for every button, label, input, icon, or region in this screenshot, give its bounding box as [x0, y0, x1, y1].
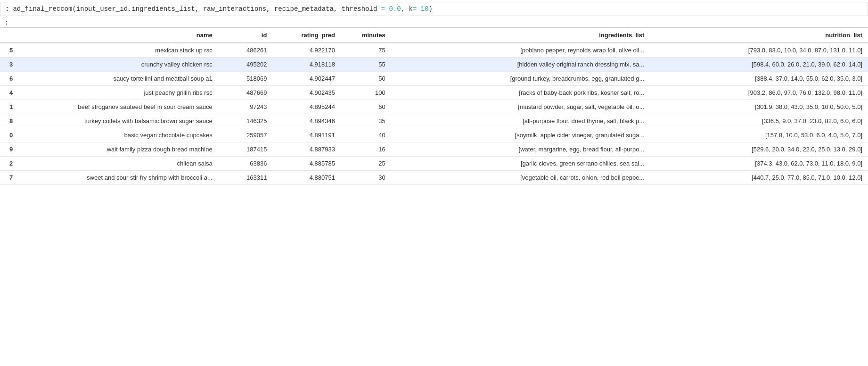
cell-nutrition: [903.2, 86.0, 97.0, 76.0, 132.0, 98.0, 1… — [650, 86, 868, 100]
function-name: ad_final_reccom(input_user_id,ingredient… — [13, 5, 381, 13]
cell-minutes: 25 — [341, 157, 391, 171]
cell-index: 6 — [0, 72, 27, 86]
cell-id: 63836 — [218, 157, 273, 171]
cell-index: 5 — [0, 43, 27, 58]
cell-id: 163311 — [218, 171, 273, 185]
cell-ingredients: [hidden valley original ranch dressing m… — [391, 58, 650, 72]
cell-name: chilean salsa — [27, 157, 218, 171]
cell-index: 1 — [0, 100, 27, 114]
table-row: 1 beef stroganov sauteed beef in sour cr… — [0, 100, 868, 114]
k-value: = 10 — [413, 5, 429, 13]
cell-index: 7 — [0, 171, 27, 185]
cell-minutes: 40 — [341, 128, 391, 142]
col-header-name: name — [27, 28, 218, 43]
cell-minutes: 16 — [341, 142, 391, 157]
cell-name: beef stroganov sauteed beef in sour crea… — [27, 100, 218, 114]
col-header-minutes: minutes — [341, 28, 391, 43]
cell-nutrition: [529.6, 20.0, 34.0, 22.0, 25.0, 13.0, 29… — [650, 142, 868, 157]
cell-nutrition: [793.0, 83.0, 10.0, 34.0, 87.0, 131.0, 1… — [650, 43, 868, 58]
cell-nutrition: [440.7, 25.0, 77.0, 85.0, 71.0, 10.0, 12… — [650, 171, 868, 185]
cell-nutrition: [388.4, 37.0, 14.0, 55.0, 62.0, 35.0, 3.… — [650, 72, 868, 86]
cell-nutrition: [301.9, 38.0, 43.0, 35.0, 10.0, 50.0, 5.… — [650, 100, 868, 114]
cell-rating: 4.891191 — [272, 128, 341, 142]
col-header-index — [0, 28, 27, 43]
cell-index: 2 — [0, 157, 27, 171]
cell-index: 4 — [0, 86, 27, 100]
k-param: , k — [401, 5, 413, 13]
table-row: 7 sweet and sour stir fry shrimp with br… — [0, 171, 868, 185]
cell-minutes: 100 — [341, 86, 391, 100]
cell-minutes: 50 — [341, 72, 391, 86]
table-row: 4 just peachy grillin ribs rsc 487669 4.… — [0, 86, 868, 100]
cell-ingredients: [ground turkey, breadcrumbs, egg, granul… — [391, 72, 650, 86]
table-row: 9 wait family pizza dough bread machine … — [0, 142, 868, 157]
table-row: 8 turkey cutlets with balsamic brown sug… — [0, 114, 868, 128]
cell-nutrition: [157.8, 10.0, 53.0, 6.0, 4.0, 5.0, 7.0] — [650, 128, 868, 142]
cell-name: turkey cutlets with balsamic brown sugar… — [27, 114, 218, 128]
cell-ingredients: [water, margarine, egg, bread flour, all… — [391, 142, 650, 157]
equals-sign: = 0.0 — [381, 5, 401, 13]
cell-id: 259057 — [218, 128, 273, 142]
cell-rating: 4.902435 — [272, 86, 341, 100]
cell-name: saucy tortellini and meatball soup a1 — [27, 72, 218, 86]
cell-rating: 4.894346 — [272, 114, 341, 128]
cell-index: 0 — [0, 128, 27, 142]
table-wrapper: name id rating_pred minutes ingredients_… — [0, 27, 868, 185]
close-paren: ) — [429, 5, 433, 13]
code-line-container: : ad_final_reccom(input_user_id,ingredie… — [0, 2, 868, 16]
table-header-row: name id rating_pred minutes ingredients_… — [0, 28, 868, 43]
cell-rating: 4.902447 — [272, 72, 341, 86]
code-content: ad_final_reccom(input_user_id,ingredient… — [13, 5, 433, 13]
cell-rating: 4.880751 — [272, 171, 341, 185]
cell-id: 487669 — [218, 86, 273, 100]
cell-id: 495202 — [218, 58, 273, 72]
cell-ingredients: [soymilk, apple cider vinegar, granulate… — [391, 128, 650, 142]
table-row: 0 basic vegan chocolate cupcakes 259057 … — [0, 128, 868, 142]
cell-rating: 4.895244 — [272, 100, 341, 114]
cell-rating: 4.922170 — [272, 43, 341, 58]
cell-ingredients: [all-purpose flour, dried thyme, salt, b… — [391, 114, 650, 128]
col-header-rating: rating_pred — [272, 28, 341, 43]
cell-id: 187415 — [218, 142, 273, 157]
cell-name: crunchy valley chicken rsc — [27, 58, 218, 72]
cell-name: just peachy grillin ribs rsc — [27, 86, 218, 100]
second-colon-line: : — [0, 18, 868, 27]
col-header-id: id — [218, 28, 273, 43]
cell-rating: 4.887933 — [272, 142, 341, 157]
cell-index: 8 — [0, 114, 27, 128]
results-table: name id rating_pred minutes ingredients_… — [0, 27, 868, 185]
table-row: 5 mexican stack up rsc 486261 4.922170 7… — [0, 43, 868, 58]
cell-ingredients: [mustard powder, sugar, salt, vegetable … — [391, 100, 650, 114]
cell-index: 9 — [0, 142, 27, 157]
cell-nutrition: [374.3, 43.0, 62.0, 73.0, 11.0, 18.0, 9.… — [650, 157, 868, 171]
line-colon: : — [5, 5, 9, 13]
table-row: 6 saucy tortellini and meatball soup a1 … — [0, 72, 868, 86]
col-header-ingredients: ingredients_list — [391, 28, 650, 43]
table-row: 3 crunchy valley chicken rsc 495202 4.91… — [0, 58, 868, 72]
cell-minutes: 35 — [341, 114, 391, 128]
cell-minutes: 30 — [341, 171, 391, 185]
cell-ingredients: [vegetable oil, carrots, onion, red bell… — [391, 171, 650, 185]
cell-index: 3 — [0, 58, 27, 72]
cell-rating: 4.918118 — [272, 58, 341, 72]
cell-name: mexican stack up rsc — [27, 43, 218, 58]
cell-ingredients: [racks of baby-back pork ribs, kosher sa… — [391, 86, 650, 100]
cell-name: sweet and sour stir fry shrimp with broc… — [27, 171, 218, 185]
cell-minutes: 75 — [341, 43, 391, 58]
cell-rating: 4.885785 — [272, 157, 341, 171]
table-row: 2 chilean salsa 63836 4.885785 25 [garli… — [0, 157, 868, 171]
cell-id: 518069 — [218, 72, 273, 86]
cell-ingredients: [poblano pepper, reynolds wrap foil, oli… — [391, 43, 650, 58]
cell-minutes: 55 — [341, 58, 391, 72]
cell-minutes: 60 — [341, 100, 391, 114]
cell-id: 486261 — [218, 43, 273, 58]
cell-ingredients: [garlic cloves, green serrano chilies, s… — [391, 157, 650, 171]
col-header-nutrition: nutrition_list — [650, 28, 868, 43]
cell-id: 97243 — [218, 100, 273, 114]
cell-name: basic vegan chocolate cupcakes — [27, 128, 218, 142]
cell-id: 146325 — [218, 114, 273, 128]
cell-name: wait family pizza dough bread machine — [27, 142, 218, 157]
cell-nutrition: [598.4, 60.0, 26.0, 21.0, 39.0, 62.0, 14… — [650, 58, 868, 72]
cell-nutrition: [336.5, 9.0, 37.0, 23.0, 82.0, 6.0, 6.0] — [650, 114, 868, 128]
